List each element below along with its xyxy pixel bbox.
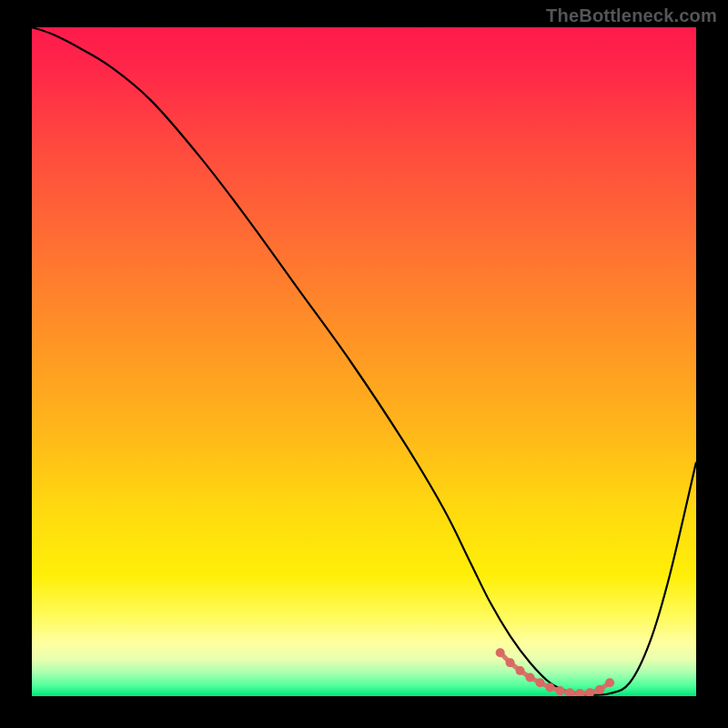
highlight-dot [526, 672, 535, 682]
bottleneck-curve [32, 27, 696, 695]
highlight-dot [575, 689, 584, 696]
highlight-band [496, 648, 614, 696]
highlight-dot [545, 682, 554, 692]
highlight-dot [535, 678, 544, 687]
chart-frame: TheBottleneck.com [0, 0, 728, 728]
plot-area [32, 27, 696, 696]
highlight-dot [496, 648, 505, 657]
highlight-dot [595, 685, 604, 694]
curve-layer [32, 27, 696, 696]
highlight-dot [565, 688, 574, 696]
watermark-text: TheBottleneck.com [546, 5, 717, 26]
highlight-dot [516, 666, 525, 675]
highlight-dot [506, 658, 515, 667]
highlight-dot [605, 678, 614, 687]
highlight-dot [555, 686, 564, 695]
